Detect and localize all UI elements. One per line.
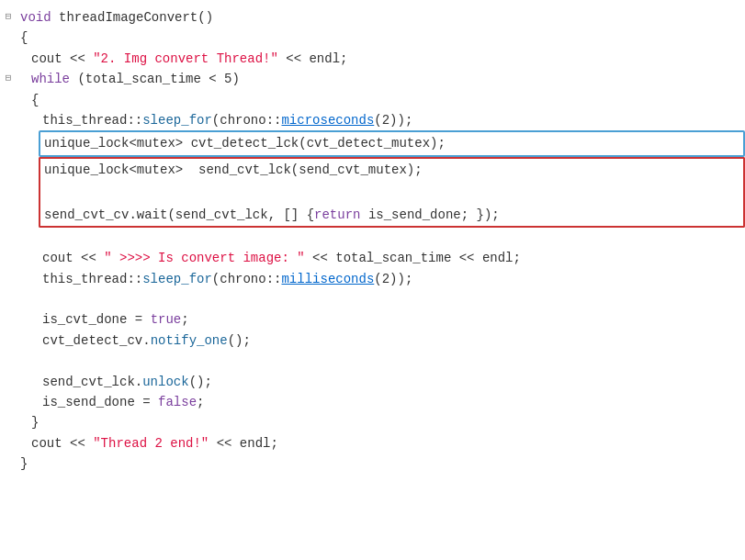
code-text: void threadImageConvert(): [17, 7, 745, 28]
code-text: is_cvt_done = true;: [39, 309, 189, 330]
code-text: {: [17, 28, 745, 48]
code-text: [39, 351, 50, 371]
collapse-gutter: [0, 433, 17, 435]
collapse-gutter: [0, 110, 17, 112]
code-text: }: [28, 412, 39, 432]
code-line: is_cvt_done = true;: [0, 309, 745, 330]
code-line: send_cvt_lck.unlock();: [0, 372, 745, 392]
code-line: send_cvt_cv.wait(send_cvt_lck, [] {retur…: [0, 204, 745, 228]
code-text: [39, 228, 50, 248]
code-text: unique_lock<mutex> send_cvt_lck(send_cvt…: [39, 157, 745, 181]
code-line: cout << ″2. Img convert Thread!″ << endl…: [0, 49, 745, 69]
collapse-gutter: [0, 181, 17, 183]
code-text: [39, 289, 50, 309]
code-editor: ⊟ void threadImageConvert() { cout << ″2…: [0, 0, 745, 560]
collapse-gutter: [0, 248, 17, 250]
collapse-gutter: [0, 228, 17, 230]
code-line: unique_lock<mutex> cvt_detect_lck(cvt_de…: [0, 130, 745, 156]
code-line: this_thread::sleep_for(chrono::microseco…: [0, 110, 745, 130]
code-line: {: [0, 90, 745, 110]
code-text: send_cvt_lck.unlock();: [39, 372, 212, 392]
code-line: ⊟ while (total_scan_time < 5): [0, 69, 745, 89]
code-text: cvt_detect_cv.notify_one();: [39, 330, 251, 351]
collapse-gutter: [0, 454, 17, 455]
collapse-gutter: [0, 49, 17, 50]
code-line: this_thread::sleep_for(chrono::milliseco…: [0, 269, 745, 289]
code-text: while (total_scan_time < 5): [28, 69, 240, 89]
collapse-gutter: [0, 372, 17, 374]
code-text: cout << ″Thread 2 end!″ << endl;: [28, 433, 278, 454]
collapse-gutter: [0, 351, 17, 353]
collapse-gutter: [0, 289, 17, 291]
code-text: this_thread::sleep_for(chrono::microseco…: [39, 110, 412, 130]
collapse-gutter: [0, 28, 17, 29]
collapse-gutter: [0, 157, 17, 159]
code-line: cout << ″Thread 2 end!″ << endl;: [0, 433, 745, 454]
code-line: }: [0, 454, 745, 474]
collapse-gutter[interactable]: ⊟: [0, 69, 17, 87]
collapse-gutter: [0, 412, 17, 414]
code-text: [39, 181, 745, 203]
collapse-gutter: [0, 90, 17, 92]
code-text: cout << ″2. Img convert Thread!″ << endl…: [28, 49, 347, 69]
code-text: {: [28, 90, 39, 110]
collapse-gutter: [0, 330, 17, 332]
collapse-gutter: [0, 392, 17, 394]
code-line: {: [0, 28, 745, 48]
code-text: send_cvt_cv.wait(send_cvt_lck, [] {retur…: [39, 204, 745, 228]
code-text: this_thread::sleep_for(chrono::milliseco…: [39, 269, 412, 289]
collapse-gutter: [0, 269, 17, 271]
code-line: [0, 289, 745, 309]
code-line: unique_lock<mutex> send_cvt_lck(send_cvt…: [0, 157, 745, 181]
collapse-gutter[interactable]: ⊟: [0, 7, 17, 26]
code-text: }: [17, 454, 745, 474]
code-text: cout << ″ >>>> Is convert image: ″ << to…: [39, 248, 521, 268]
code-line: cvt_detect_cv.notify_one();: [0, 330, 745, 351]
code-text: is_send_done = false;: [39, 392, 204, 412]
code-line: [0, 351, 745, 371]
code-text: unique_lock<mutex> cvt_detect_lck(cvt_de…: [39, 130, 745, 156]
collapse-gutter: [0, 204, 17, 206]
code-line: is_send_done = false;: [0, 392, 745, 412]
code-line: [0, 228, 745, 248]
collapse-gutter: [0, 130, 17, 132]
code-line: ⊟ void threadImageConvert(): [0, 7, 745, 28]
code-line: [0, 181, 745, 203]
code-line: cout << ″ >>>> Is convert image: ″ << to…: [0, 248, 745, 268]
code-line: }: [0, 412, 745, 432]
collapse-gutter: [0, 309, 17, 311]
